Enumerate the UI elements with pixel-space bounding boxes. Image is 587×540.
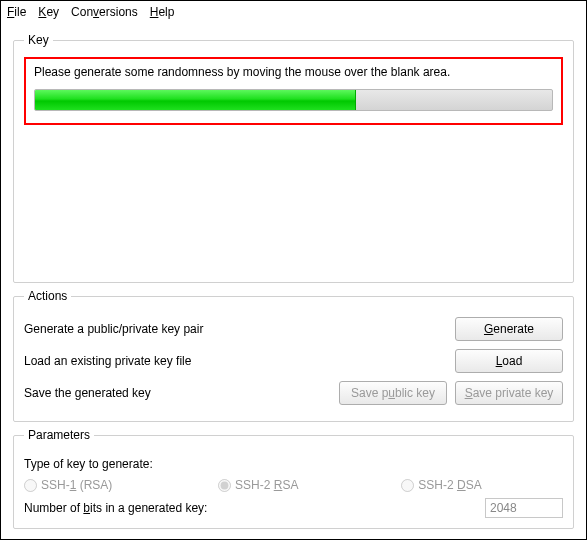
menu-conversions[interactable]: Conversions xyxy=(71,5,138,19)
load-button[interactable]: Load xyxy=(455,349,563,373)
progress-fill xyxy=(35,90,356,110)
content-area: Key Please generate some randomness by m… xyxy=(1,23,586,539)
type-label-row: Type of key to generate: xyxy=(24,452,563,476)
bits-label: Number of bits in a generated key: xyxy=(24,501,485,515)
save-public-button[interactable]: Save public key xyxy=(339,381,447,405)
key-legend: Key xyxy=(24,33,53,47)
radio-ssh1-rsa[interactable]: SSH-1 (RSA) xyxy=(24,478,218,492)
generate-row: Generate a public/private key pair Gener… xyxy=(24,315,563,343)
bits-input[interactable] xyxy=(485,498,563,518)
radio-ssh2-dsa-label: SSH-2 DSA xyxy=(418,478,481,492)
save-label: Save the generated key xyxy=(24,386,331,400)
save-row: Save the generated key Save public key S… xyxy=(24,379,563,407)
key-type-radios: SSH-1 (RSA) SSH-2 RSA SSH-2 DSA xyxy=(24,478,563,492)
menu-help[interactable]: Help xyxy=(150,5,175,19)
generate-button[interactable]: Generate xyxy=(455,317,563,341)
radio-ssh2-rsa[interactable]: SSH-2 RSA xyxy=(218,478,401,492)
randomness-highlight: Please generate some randomness by movin… xyxy=(24,57,563,125)
load-row: Load an existing private key file Load xyxy=(24,347,563,375)
bits-row: Number of bits in a generated key: xyxy=(24,498,563,518)
menubar: File Key Conversions Help xyxy=(1,1,586,23)
load-label: Load an existing private key file xyxy=(24,354,447,368)
radio-ssh1-rsa-input[interactable] xyxy=(24,479,37,492)
randomness-area[interactable] xyxy=(24,125,563,272)
radio-ssh2-dsa-input[interactable] xyxy=(401,479,414,492)
actions-group: Actions Generate a public/private key pa… xyxy=(13,289,574,422)
generate-label: Generate a public/private key pair xyxy=(24,322,447,336)
save-private-button[interactable]: Save private key xyxy=(455,381,563,405)
radio-ssh2-rsa-label: SSH-2 RSA xyxy=(235,478,298,492)
radio-ssh2-rsa-input[interactable] xyxy=(218,479,231,492)
actions-legend: Actions xyxy=(24,289,71,303)
key-group: Key Please generate some randomness by m… xyxy=(13,33,574,283)
type-label: Type of key to generate: xyxy=(24,457,153,471)
radio-ssh1-rsa-label: SSH-1 (RSA) xyxy=(41,478,112,492)
parameters-legend: Parameters xyxy=(24,428,94,442)
keygen-window: File Key Conversions Help Key Please gen… xyxy=(0,0,587,540)
menu-key[interactable]: Key xyxy=(38,5,59,19)
progress-bar xyxy=(34,89,553,111)
parameters-group: Parameters Type of key to generate: SSH-… xyxy=(13,428,574,529)
randomness-instruction: Please generate some randomness by movin… xyxy=(34,65,553,79)
menu-file[interactable]: File xyxy=(7,5,26,19)
radio-ssh2-dsa[interactable]: SSH-2 DSA xyxy=(401,478,563,492)
